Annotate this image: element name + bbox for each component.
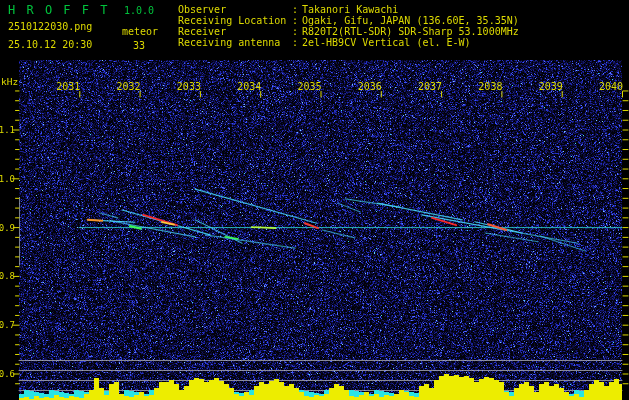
freq-axis-label: 0.9 (0, 223, 15, 233)
info-label: Observer (178, 4, 292, 15)
info-row-location: Receiving Location:Ogaki, Gifu, JAPAN (1… (178, 15, 519, 26)
mode-label: meteor (122, 26, 158, 37)
info-row-antenna: Receiving antenna:2el-HB9CV Vertical (el… (178, 37, 519, 48)
info-row-observer: Observer:Takanori Kawachi (178, 4, 519, 15)
info-label: Receiving Location (178, 15, 292, 26)
info-label: Receiving antenna (178, 37, 292, 48)
freq-axis-unit-label: kHz (1, 76, 18, 87)
freq-axis-label: 0.6 (0, 369, 15, 379)
info-row-receiver: Receiver:R820T2(RTL-SDR) SDR-Sharp 53.10… (178, 26, 519, 37)
datetime-label: 25.10.12 20:30 (8, 39, 92, 50)
info-separator: : (292, 26, 302, 37)
echo-count: 33 (133, 40, 145, 51)
info-value: 2el-HB9CV Vertical (el. E-W) (302, 37, 471, 48)
hrofft-screen: 1.11.00.90.80.70.6kHz2031203220332034203… (0, 0, 629, 400)
freq-axis-label: 1.1 (0, 125, 15, 135)
app-version: 1.0.0 (124, 5, 154, 16)
app-title: H R O F F T (8, 3, 109, 17)
output-filename: 2510122030.png (8, 21, 92, 32)
freq-axis-label: 0.7 (0, 320, 15, 330)
freq-axis-label: 0.8 (0, 271, 15, 281)
info-value: Takanori Kawachi (302, 4, 398, 15)
info-value: Ogaki, Gifu, JAPAN (136.60E, 35.35N) (302, 15, 519, 26)
info-value: R820T2(RTL-SDR) SDR-Sharp 53.1000MHz (302, 26, 519, 37)
station-info-block: Observer:Takanori Kawachi Receiving Loca… (178, 4, 519, 48)
info-separator: : (292, 15, 302, 26)
info-separator: : (292, 37, 302, 48)
spectrogram-noise-canvas (19, 60, 622, 400)
freq-axis-label: 1.0 (0, 174, 15, 184)
info-separator: : (292, 4, 302, 15)
info-label: Receiver (178, 26, 292, 37)
